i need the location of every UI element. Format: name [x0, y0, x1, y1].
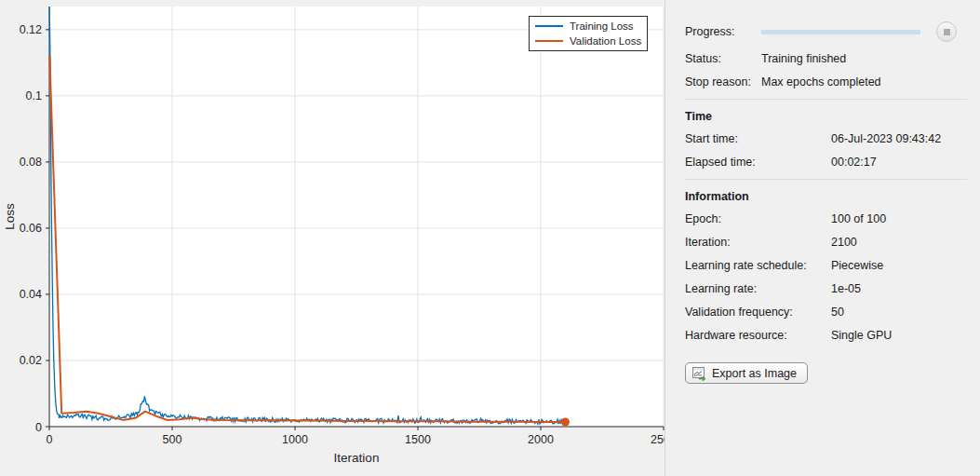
validation-frequency-label: Validation frequency: — [685, 306, 831, 320]
x-tick-label: 0 — [47, 433, 53, 446]
plot-legend: Training Loss Validation Loss — [529, 16, 648, 51]
y-tick-label: 0.12 — [20, 23, 42, 36]
y-axis-label: Loss — [3, 203, 17, 230]
y-tick-label: 0.02 — [20, 354, 42, 367]
y-tick-label: 0.1 — [26, 89, 42, 102]
learning-rate-schedule-row: Learning rate schedule: Piecewise — [685, 259, 967, 273]
start-time-value: 06-Jul-2023 09:43:42 — [831, 132, 941, 146]
export-as-image-button[interactable]: Export as Image — [685, 362, 808, 384]
loss-plot-svg: 00.020.040.060.080.10.120500100015002000… — [0, 0, 665, 476]
training-loss-line-swatch — [535, 25, 563, 27]
x-tick-label: 1000 — [282, 433, 308, 446]
status-value: Training finished — [761, 52, 846, 66]
y-tick-label: 0.08 — [20, 156, 42, 169]
elapsed-time-value: 00:02:17 — [831, 156, 877, 170]
x-tick-label: 500 — [163, 433, 182, 446]
hardware-resource-row: Hardware resource: Single GPU — [685, 329, 967, 343]
start-time-row: Start time: 06-Jul-2023 09:43:42 — [685, 132, 967, 146]
iteration-label: Iteration: — [685, 236, 831, 250]
time-section-header: Time — [685, 110, 967, 124]
hardware-resource-label: Hardware resource: — [685, 329, 831, 343]
legend-label-validation: Validation Loss — [570, 35, 641, 47]
progress-bar — [761, 30, 920, 34]
progress-label: Progress: — [685, 25, 761, 39]
elapsed-time-label: Elapsed time: — [685, 156, 831, 170]
epoch-label: Epoch: — [685, 212, 831, 226]
legend-label-training: Training Loss — [570, 20, 634, 32]
export-image-icon — [691, 366, 706, 381]
start-time-label: Start time: — [685, 132, 831, 146]
iteration-value: 2100 — [831, 236, 857, 250]
stop-reason-label: Stop reason: — [685, 75, 761, 89]
validation-loss-line-swatch — [535, 40, 563, 42]
x-axis-label: Iteration — [334, 451, 380, 465]
plot-background — [49, 7, 664, 427]
learning-rate-row: Learning rate: 1e-05 — [685, 282, 967, 296]
status-label: Status: — [685, 52, 761, 66]
x-tick-label: 1500 — [405, 433, 431, 446]
stop-button[interactable] — [936, 21, 957, 42]
validation-frequency-row: Validation frequency: 50 — [685, 306, 967, 320]
training-progress-plot: 00.020.040.060.080.10.120500100015002000… — [0, 0, 665, 476]
validation-end-marker — [561, 418, 570, 427]
training-info-panel: Progress: Status: Training finished Stop… — [665, 0, 980, 476]
iteration-row: Iteration: 2100 — [685, 236, 967, 250]
learning-rate-label: Learning rate: — [685, 282, 831, 296]
separator — [685, 179, 967, 180]
x-tick-label: 2000 — [528, 433, 554, 446]
legend-entry-training: Training Loss — [535, 19, 641, 34]
separator — [685, 99, 967, 100]
y-tick-label: 0.06 — [20, 222, 42, 235]
stop-reason-value: Max epochs completed — [761, 75, 881, 89]
elapsed-time-row: Elapsed time: 00:02:17 — [685, 156, 967, 170]
progress-row: Progress: — [685, 21, 967, 42]
stop-reason-row: Stop reason: Max epochs completed — [685, 75, 967, 89]
learning-rate-schedule-value: Piecewise — [831, 259, 883, 273]
status-row: Status: Training finished — [685, 52, 967, 66]
epoch-row: Epoch: 100 of 100 — [685, 212, 967, 226]
learning-rate-schedule-label: Learning rate schedule: — [685, 259, 831, 273]
epoch-value: 100 of 100 — [831, 212, 886, 226]
legend-entry-validation: Validation Loss — [535, 34, 641, 48]
export-button-label: Export as Image — [712, 367, 797, 380]
stop-icon — [944, 29, 950, 35]
hardware-resource-value: Single GPU — [831, 329, 892, 343]
validation-frequency-value: 50 — [831, 306, 844, 320]
y-tick-label: 0.04 — [20, 288, 42, 301]
information-section-header: Information — [685, 190, 967, 204]
x-tick-label: 2500 — [651, 433, 665, 446]
y-tick-label: 0 — [35, 421, 42, 434]
learning-rate-value: 1e-05 — [831, 282, 861, 296]
